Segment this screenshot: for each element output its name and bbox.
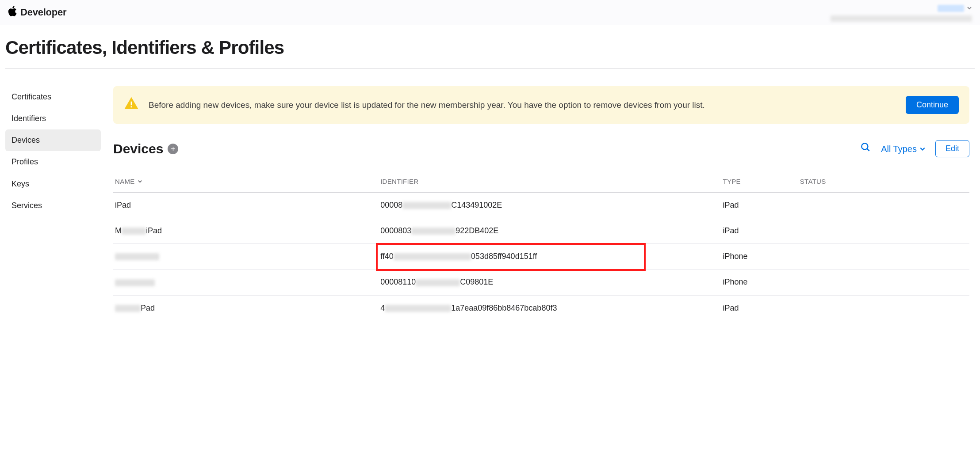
redacted-text bbox=[402, 202, 451, 209]
cell-type: iPad bbox=[721, 218, 798, 243]
svg-point-2 bbox=[862, 144, 868, 150]
column-header-name[interactable]: NAME bbox=[115, 177, 142, 186]
continue-button[interactable]: Continue bbox=[906, 96, 959, 114]
devices-table: NAME IDENTIFIER TYPE STATUS iPad00008C14… bbox=[113, 171, 969, 321]
column-header-status[interactable]: STATUS bbox=[798, 171, 969, 193]
chevron-down-icon bbox=[138, 177, 142, 186]
cell-name bbox=[113, 244, 379, 270]
sidebar-item-certificates[interactable]: Certificates bbox=[5, 86, 101, 108]
cell-status bbox=[798, 218, 969, 243]
sidebar-item-label: Certificates bbox=[11, 92, 51, 101]
type-filter-dropdown[interactable]: All Types bbox=[881, 143, 926, 155]
brand[interactable]: Developer bbox=[8, 6, 66, 19]
cell-type: iPhone bbox=[721, 270, 798, 295]
sidebar-item-label: Devices bbox=[11, 136, 40, 144]
section-title: Devices bbox=[113, 140, 163, 158]
warning-triangle-icon bbox=[124, 96, 139, 114]
account-name-redacted bbox=[938, 5, 964, 12]
cell-status bbox=[798, 244, 969, 270]
filter-label: All Types bbox=[881, 143, 917, 155]
plus-icon: + bbox=[171, 145, 176, 153]
redacted-text bbox=[115, 253, 159, 260]
cell-identifier: 41a7eaa09f86bb8467bcab80f3 bbox=[379, 295, 721, 321]
cell-name bbox=[113, 270, 379, 295]
cell-identifier: 00008110C09801E bbox=[379, 270, 721, 295]
sidebar-item-services[interactable]: Services bbox=[5, 195, 101, 217]
cell-identifier: ff40053d85ff940d151ff bbox=[379, 244, 721, 270]
redacted-text bbox=[416, 279, 460, 286]
main-content: Before adding new devices, make sure you… bbox=[113, 86, 975, 321]
column-header-type[interactable]: TYPE bbox=[721, 171, 798, 193]
cell-type: iPhone bbox=[721, 244, 798, 270]
cell-identifier: 0000803922DB402E bbox=[379, 218, 721, 243]
add-device-button[interactable]: + bbox=[168, 144, 178, 154]
redacted-text bbox=[411, 228, 456, 235]
apple-logo-icon bbox=[8, 6, 17, 19]
cell-type: iPad bbox=[721, 192, 798, 218]
svg-line-3 bbox=[867, 149, 869, 151]
account-team-redacted bbox=[831, 15, 972, 22]
search-icon bbox=[860, 146, 871, 155]
column-header-identifier[interactable]: IDENTIFIER bbox=[379, 171, 721, 193]
sidebar-item-label: Keys bbox=[11, 179, 29, 188]
sidebar: Certificates Identifiers Devices Profile… bbox=[5, 86, 101, 321]
svg-rect-0 bbox=[131, 102, 132, 106]
table-row[interactable]: MiPad0000803922DB402EiPad bbox=[113, 218, 969, 243]
table-header-row: NAME IDENTIFIER TYPE STATUS bbox=[113, 171, 969, 193]
cell-status bbox=[798, 270, 969, 295]
account-switcher[interactable] bbox=[831, 3, 972, 22]
cell-identifier: 00008C143491002E bbox=[379, 192, 721, 218]
svg-rect-1 bbox=[131, 106, 132, 107]
sidebar-item-profiles[interactable]: Profiles bbox=[5, 151, 101, 173]
table-row[interactable]: 00008110C09801EiPhone bbox=[113, 270, 969, 295]
global-header: Developer bbox=[0, 0, 980, 25]
cell-name: Pad bbox=[113, 295, 379, 321]
section-header: Devices + All Types bbox=[113, 140, 969, 158]
sidebar-item-label: Profiles bbox=[11, 157, 38, 166]
page-title: Certificates, Identifiers & Profiles bbox=[5, 25, 975, 68]
cell-name: MiPad bbox=[113, 218, 379, 243]
table-row[interactable]: Pad41a7eaa09f86bb8467bcab80f3iPad bbox=[113, 295, 969, 321]
column-label: TYPE bbox=[723, 178, 741, 185]
redacted-text bbox=[115, 305, 141, 312]
column-label: IDENTIFIER bbox=[380, 178, 418, 185]
redacted-text bbox=[115, 279, 155, 286]
cell-name: iPad bbox=[113, 192, 379, 218]
table-row[interactable]: iPad00008C143491002EiPad bbox=[113, 192, 969, 218]
cell-type: iPad bbox=[721, 295, 798, 321]
chevron-down-icon bbox=[967, 3, 972, 14]
redacted-text bbox=[385, 305, 451, 312]
chevron-down-icon bbox=[919, 143, 926, 155]
brand-text: Developer bbox=[20, 6, 66, 19]
table-row[interactable]: ff40053d85ff940d151ffiPhone bbox=[113, 244, 969, 270]
column-label: NAME bbox=[115, 177, 135, 186]
sidebar-item-label: Services bbox=[11, 201, 42, 210]
sidebar-item-identifiers[interactable]: Identifiers bbox=[5, 108, 101, 129]
sidebar-item-label: Identifiers bbox=[11, 114, 46, 123]
banner-text: Before adding new devices, make sure you… bbox=[149, 99, 896, 111]
sidebar-item-keys[interactable]: Keys bbox=[5, 173, 101, 195]
cell-status bbox=[798, 295, 969, 321]
redacted-text bbox=[122, 228, 146, 235]
column-label: STATUS bbox=[800, 178, 826, 185]
cell-status bbox=[798, 192, 969, 218]
edit-button[interactable]: Edit bbox=[935, 140, 969, 157]
membership-year-banner: Before adding new devices, make sure you… bbox=[113, 86, 969, 124]
redacted-text bbox=[394, 253, 471, 260]
sidebar-item-devices[interactable]: Devices bbox=[5, 129, 101, 151]
search-button[interactable] bbox=[860, 141, 871, 156]
